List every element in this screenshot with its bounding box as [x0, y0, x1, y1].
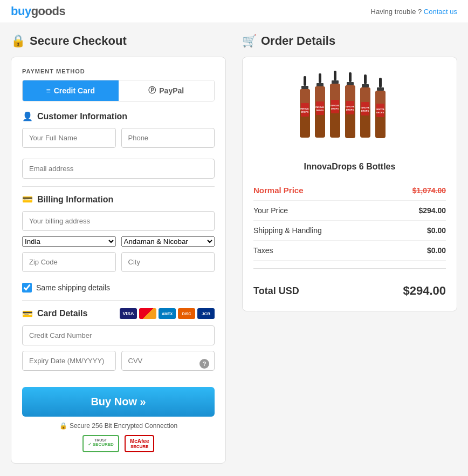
right-panel: 🛒 Order Details INNOVA DROPS — [242, 34, 457, 464]
svg-text:INNOVA: INNOVA — [331, 104, 339, 107]
cart-icon: 🛒 — [242, 34, 257, 48]
email-input[interactable] — [22, 159, 215, 179]
credit-card-icon: ≡ — [46, 86, 51, 95]
shipping-value: $0.00 — [427, 226, 446, 235]
svg-rect-8 — [316, 83, 324, 86]
svg-text:DROPS: DROPS — [300, 111, 308, 113]
tab-credit-label: Credit Card — [54, 86, 95, 95]
normal-price-value: $1,074.00 — [412, 186, 446, 195]
your-price-row: Your Price $294.00 — [253, 201, 446, 221]
card-icons: VISA AMEX DISC JCB — [120, 308, 215, 319]
same-shipping-label: Same shipping details — [36, 283, 110, 292]
visa-icon: VISA — [120, 308, 137, 319]
mcafee-name: McAfee — [130, 438, 149, 444]
zip-field — [22, 252, 116, 272]
cvv-field: ? — [121, 351, 215, 376]
state-wrapper: Andaman & Nicobar — [121, 236, 215, 247]
name-phone-row — [22, 128, 215, 153]
taxes-value: $0.00 — [427, 246, 446, 255]
email-field — [22, 159, 215, 179]
svg-rect-36 — [377, 87, 384, 91]
state-select[interactable]: Andaman & Nicobar — [121, 236, 215, 247]
country-state-row: India Andaman & Nicobar — [22, 236, 215, 247]
expiry-input[interactable] — [22, 351, 116, 371]
order-title-text: Order Details — [261, 34, 335, 48]
svg-rect-22 — [347, 82, 354, 85]
svg-text:INNOVA: INNOVA — [376, 108, 384, 111]
country-select[interactable]: India — [22, 236, 116, 247]
logo: buygoods — [11, 4, 65, 18]
trust-guard-badge: TRUST ✓ SECURED — [82, 435, 119, 452]
mastercard-icon — [139, 308, 156, 319]
top-bar: buygoods Having trouble ? Contact us — [0, 0, 468, 23]
your-price-value: $294.00 — [418, 206, 446, 215]
amex-icon: AMEX — [159, 308, 176, 319]
svg-rect-35 — [379, 78, 382, 87]
svg-text:DROPS: DROPS — [331, 107, 339, 110]
order-card: INNOVA DROPS INNOVA DROPS — [242, 57, 457, 311]
billing-info-title: 💳 Billing Information — [22, 194, 215, 205]
billing-address-field — [22, 211, 215, 231]
tab-credit-card[interactable]: ≡ Credit Card — [23, 80, 119, 101]
product-image-area: INNOVA DROPS INNOVA DROPS — [253, 68, 446, 154]
city-field — [121, 252, 215, 272]
expiry-cvv-row: ? — [22, 351, 215, 376]
trust-mid: ✓ SECURED — [88, 442, 114, 447]
checkout-card: PAYMENT METHOD ≡ Credit Card Ⓟ PayPal 👤 … — [11, 57, 226, 464]
mcafee-sub: SECURE — [130, 444, 148, 449]
card-number-input[interactable] — [22, 325, 215, 345]
divider-2 — [22, 300, 215, 301]
billing-address-input[interactable] — [22, 211, 215, 231]
phone-field — [121, 128, 215, 148]
full-name-field — [22, 128, 116, 148]
secure-text-label: Secure 256 Bit Encrypted Connection — [70, 422, 177, 430]
secure-text: 🔒 Secure 256 Bit Encrypted Connection — [22, 422, 215, 430]
svg-text:DROPS: DROPS — [361, 110, 369, 112]
tab-paypal-label: PayPal — [159, 86, 184, 95]
normal-price-label: Normal Price — [253, 186, 304, 195]
svg-rect-28 — [364, 74, 367, 84]
checkout-title: 🔒 Secure Checkout — [11, 34, 226, 48]
svg-rect-0 — [304, 76, 306, 86]
same-shipping-checkbox[interactable] — [22, 283, 32, 293]
svg-text:DROPS: DROPS — [346, 108, 354, 111]
svg-text:INNOVA: INNOVA — [300, 107, 308, 110]
order-title: 🛒 Order Details — [242, 34, 457, 48]
trust-top: TRUST — [94, 438, 107, 442]
phone-input[interactable] — [121, 128, 215, 148]
card-icon: 💳 — [22, 309, 33, 319]
total-value: $294.00 — [403, 284, 446, 298]
paypal-icon: Ⓟ — [148, 86, 156, 96]
tab-paypal[interactable]: Ⓟ PayPal — [119, 80, 215, 101]
svg-text:INNOVA: INNOVA — [346, 105, 354, 108]
cvv-help-icon[interactable]: ? — [199, 359, 209, 369]
product-name: InnovaDrops 6 Bottles — [253, 162, 446, 172]
shipping-label: Shipping & Handling — [253, 226, 322, 235]
mcafee-badge: McAfee SECURE — [125, 435, 155, 452]
your-price-label: Your Price — [253, 206, 288, 215]
card-details-header: 💳 Card Details VISA AMEX DISC JCB — [22, 308, 215, 319]
svg-rect-29 — [362, 84, 369, 87]
svg-rect-14 — [334, 71, 336, 80]
trust-badges: TRUST ✓ SECURED McAfee SECURE — [22, 435, 215, 452]
left-panel: 🔒 Secure Checkout PAYMENT METHOD ≡ Credi… — [11, 34, 226, 464]
logo-goods: goods — [31, 4, 66, 18]
card-details-label: Card Details — [37, 309, 87, 318]
total-row: Total USD $294.00 — [253, 276, 446, 300]
card-details-title: 💳 Card Details — [22, 309, 87, 319]
zip-input[interactable] — [22, 252, 116, 272]
city-input[interactable] — [121, 252, 215, 272]
normal-price-row: Normal Price $1,074.00 — [253, 180, 446, 201]
contact-link[interactable]: Contact us — [424, 8, 457, 16]
main-container: 🔒 Secure Checkout PAYMENT METHOD ≡ Credi… — [0, 23, 468, 474]
full-name-input[interactable] — [22, 128, 116, 148]
logo-buy: buy — [11, 4, 31, 18]
payment-method-label: PAYMENT METHOD — [22, 68, 215, 74]
shield-icon: 🔒 — [59, 422, 67, 430]
same-shipping-row: Same shipping details — [22, 283, 215, 293]
customer-info-label: Customer Information — [37, 112, 127, 121]
trouble-text: Having trouble ? — [371, 8, 422, 16]
buy-now-button[interactable]: Buy Now » — [22, 387, 215, 417]
total-divider — [253, 268, 446, 269]
billing-info-label: Billing Information — [37, 195, 113, 205]
